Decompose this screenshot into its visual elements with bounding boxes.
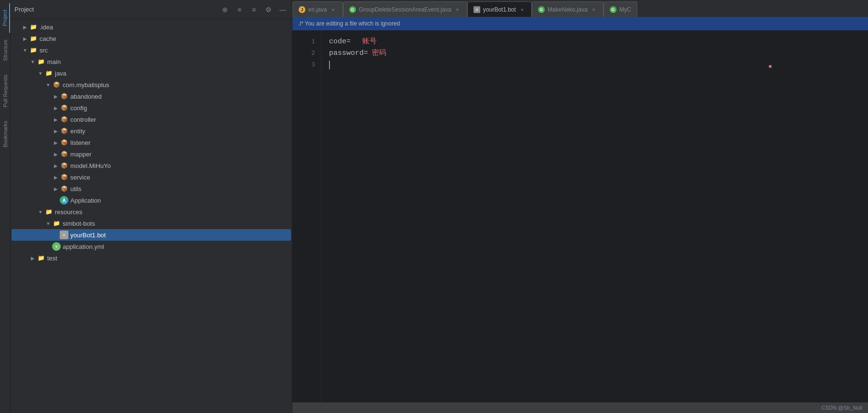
tree-item-mapper[interactable]: ▶ 📦 mapper [12,148,291,160]
tab-icon-en-java: J [299,6,305,13]
expand-all-button[interactable]: ≡ [249,4,259,15]
code-value-1: 账号 [362,36,377,48]
tree-label-main: main [47,58,61,65]
tree-label-listener: listener [70,139,91,146]
tab-label-en-java: en.java [308,6,327,13]
tree-label-idea: .idea [39,24,53,31]
tree-item-java[interactable]: ▼ 📁 java [12,67,291,79]
line-num-3: 3 [292,59,321,71]
tree-label-mapper: mapper [70,151,92,158]
tree-arrow-service: ▶ [52,173,60,181]
tree-label-cache: cache [39,35,56,42]
tree-item-main[interactable]: ▼ 📁 main [12,56,291,67]
tree-arrow-abandoned: ▶ [52,92,60,100]
tree-label-controller: controller [70,116,96,123]
tree-arrow-controller: ▶ [52,116,60,123]
tree-item-application-yml[interactable]: ▶ Y application.yml [12,241,291,252]
editor-content[interactable]: 1 2 3 code= 账号 password= 密码 [292,30,868,402]
tab-label-yourbot1: yourBot1.bot [483,6,516,13]
folder-icon-test: 📁 [37,254,45,262]
tree-item-simbot-bots[interactable]: ▼ 📁 simbot-bots [12,218,291,229]
tab-close-group-delete[interactable]: × [454,6,461,13]
tab-en-java[interactable]: J en.java × [292,1,343,17]
side-tabs-column: Project Structure Pull Requests Bookmark… [0,0,11,413]
red-dot-indicator [769,65,772,68]
tab-close-en-java[interactable]: × [330,6,337,13]
tab-icon-yourbot1: ≡ [473,6,480,13]
notification-text: .i* You are editing a file which is igno… [298,20,400,27]
package-icon-controller: 📦 [60,115,68,124]
tree-item-idea[interactable]: ▶ 📁 .idea [12,21,291,33]
tree-item-utils[interactable]: ▶ 📦 utils [12,183,291,194]
tab-label-myc: MyC [619,6,631,13]
tree-item-entity[interactable]: ▶ 📦 entity [12,125,291,137]
tab-label-make-neko: MakeNeko.java [548,6,588,13]
file-tree-content: ▶ 📁 .idea ▶ 📁 cache ▼ 📁 src ▼ 📁 main ▼ 📁… [11,19,292,413]
tab-myc[interactable]: G MyC [604,1,638,17]
tree-label-application-yml: application.yml [63,243,104,250]
tab-close-make-neko[interactable]: × [591,6,597,13]
tree-arrow-test: ▶ [29,254,37,262]
tree-arrow-java: ▼ [37,69,44,77]
tree-item-application[interactable]: ▶ A Application [12,194,291,206]
tree-label-service: service [70,174,90,181]
package-icon-model-mihuyo: 📦 [60,161,68,170]
tab-group-delete[interactable]: G GroupDeleteSessionAreaEvent.java × [343,1,467,17]
tree-arrow-resources: ▼ [37,208,44,216]
tab-yourbot1[interactable]: ≡ yourBot1.bot × [467,1,532,17]
tree-item-cache[interactable]: ▶ 📁 cache [12,33,291,44]
line-num-1: 1 [292,36,321,48]
tree-item-yourbot[interactable]: ▶ ≡ yourBot1.bot [12,229,291,241]
package-icon-com-mybatisplus: 📦 [52,80,61,89]
crosshair-button[interactable]: ⊕ [220,4,230,15]
notification-bar: .i* You are editing a file which is igno… [292,17,868,30]
tree-item-controller[interactable]: ▶ 📦 controller [12,114,291,125]
tree-item-com-mybatisplus[interactable]: ▼ 📦 com.mybatisplus [12,79,291,90]
tree-label-yourbot: yourBot1.bot [70,232,106,239]
tree-item-model-mihuyo[interactable]: ▶ 📦 model.MiHuYo [12,160,291,171]
tree-item-src[interactable]: ▼ 📁 src [12,44,291,56]
code-key-2: password= [329,48,368,59]
tab-close-yourbot1[interactable]: × [519,6,526,13]
minimize-button[interactable]: — [277,4,288,15]
code-line-2: password= 密码 [329,48,860,59]
collapse-all-button[interactable]: ≡ [234,4,245,15]
tab-make-neko[interactable]: G MakeNeko.java × [532,1,604,17]
tree-item-test[interactable]: ▶ 📁 test [12,252,291,264]
tree-arrow-listener: ▶ [52,139,60,146]
settings-button[interactable]: ⚙ [263,4,274,15]
code-line-1: code= 账号 [329,36,860,48]
file-tree-title: Project [14,6,216,13]
folder-icon-java: 📁 [44,69,53,77]
tree-item-abandoned[interactable]: ▶ 📦 abandoned [12,90,291,102]
tree-arrow-main: ▼ [29,58,37,65]
code-line-3 [329,59,860,71]
sidebar-left: Project Structure Pull Requests Bookmark… [0,0,11,413]
sidebar-tab-project[interactable]: Project [0,3,10,33]
line-numbers: 1 2 3 [292,30,321,402]
tree-arrow-simbot-bots: ▼ [44,219,52,227]
sidebar-tab-pull-requests[interactable]: Pull Requests [1,68,10,114]
folder-icon-idea: 📁 [29,23,38,31]
tree-label-entity: entity [70,128,85,135]
tree-item-resources[interactable]: ▼ 📁 resources [12,206,291,218]
tab-icon-myc: G [610,6,617,13]
tree-label-resources: resources [55,208,82,216]
tab-bar: J en.java × G GroupDeleteSessionAreaEven… [292,0,868,17]
tree-item-service[interactable]: ▶ 📦 service [12,171,291,183]
tree-label-java: java [55,70,66,77]
sidebar-tab-bookmarks[interactable]: Bookmarks [1,114,10,154]
text-cursor [329,61,330,69]
code-area[interactable]: code= 账号 password= 密码 [321,30,868,402]
package-icon-mapper: 📦 [60,150,68,158]
tree-label-model-mihuyo: model.MiHuYo [70,162,111,169]
tree-label-simbot-bots: simbot-bots [63,220,95,227]
tree-arrow-utils: ▶ [52,185,60,193]
tree-item-listener[interactable]: ▶ 📦 listener [12,137,291,148]
package-icon-entity: 📦 [60,127,68,135]
tab-icon-make-neko: G [538,6,545,13]
code-value-2: 密码 [372,48,386,59]
sidebar-tab-structure[interactable]: Structure [1,33,10,68]
tree-item-config[interactable]: ▶ 📦 config [12,102,291,114]
tab-label-group-delete: GroupDeleteSessionAreaEvent.java [359,6,451,13]
